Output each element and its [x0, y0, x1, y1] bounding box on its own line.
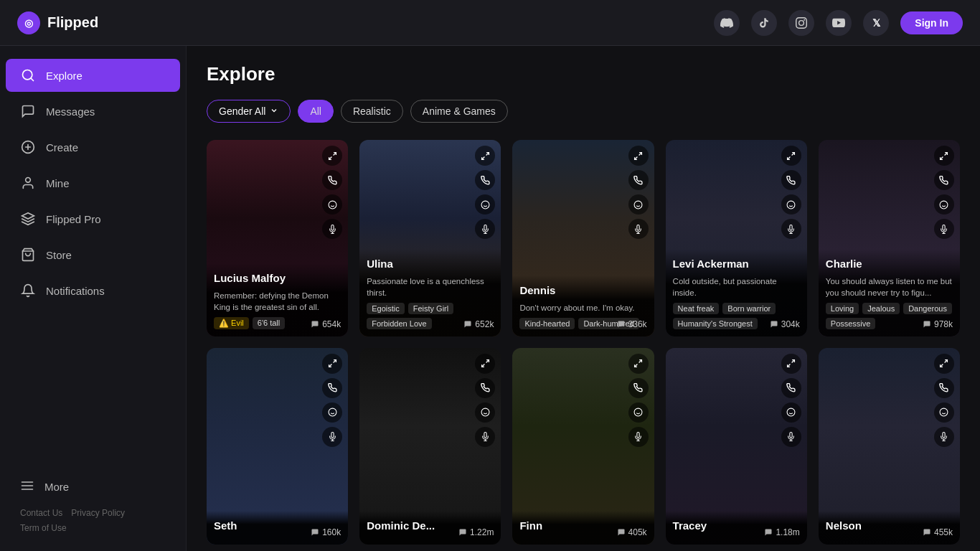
card-face-icon[interactable] — [934, 194, 954, 215]
card-top-icons — [934, 354, 954, 447]
sidebar-more[interactable]: More — [14, 471, 171, 502]
sidebar-item-messages[interactable]: Messages — [6, 95, 180, 128]
card-mic-icon[interactable] — [475, 219, 495, 239]
card-mic-icon[interactable] — [475, 427, 495, 447]
card-face-icon[interactable] — [475, 402, 495, 423]
card-levi[interactable]: Levi Ackerman 304k Cold outside, but pas… — [666, 140, 807, 336]
card-call-icon[interactable] — [934, 170, 954, 190]
privacy-policy-link[interactable]: Privacy Policy — [71, 508, 125, 518]
sidebar-item-mine[interactable]: Mine — [6, 166, 180, 199]
card-mic-icon[interactable] — [322, 427, 342, 447]
card-count: 304k — [770, 319, 800, 329]
card-desc: Don't worry about me. I'm okay. — [519, 302, 646, 314]
term-of-use-link[interactable]: Term of Use — [20, 523, 67, 533]
card-call-icon[interactable] — [322, 378, 342, 398]
x-icon[interactable]: 𝕏 — [863, 10, 889, 36]
card-call-icon[interactable] — [781, 378, 801, 398]
card-face-icon[interactable] — [628, 402, 649, 423]
card-face-icon[interactable] — [781, 194, 801, 215]
card-name: Finn — [519, 519, 542, 532]
card-mic-icon[interactable] — [934, 427, 954, 447]
card-desc: Cold outside, but passionate inside. — [673, 276, 800, 298]
card-count: 405k — [617, 527, 647, 537]
tag: Neat freak — [673, 303, 720, 314]
card-top-icons — [475, 146, 495, 239]
card-finn[interactable]: Finn 405k — [512, 348, 654, 545]
filter-bar: Gender All All Realistic Anime & Games — [207, 100, 960, 123]
filter-anime-button[interactable]: Anime & Games — [410, 100, 508, 123]
card-face-icon[interactable] — [781, 402, 801, 423]
card-top-icons — [781, 146, 801, 239]
card-mic-icon[interactable] — [628, 219, 649, 239]
sidebar-item-flipped-pro[interactable]: Flipped Pro — [6, 202, 180, 235]
card-expand-icon[interactable] — [628, 146, 649, 166]
card-expand-icon[interactable] — [781, 146, 801, 166]
card-expand-icon[interactable] — [934, 354, 954, 374]
card-expand-icon[interactable] — [475, 354, 495, 374]
sidebar-item-notifications[interactable]: Notifications — [6, 274, 180, 307]
card-call-icon[interactable] — [781, 170, 801, 190]
card-face-icon[interactable] — [934, 402, 954, 423]
app-logo[interactable]: ◎ Flipped — [17, 11, 98, 34]
more-label: More — [44, 481, 69, 493]
card-seth[interactable]: Seth 160k — [207, 348, 348, 545]
card-call-icon[interactable] — [628, 170, 649, 190]
filter-all-button[interactable]: All — [298, 100, 334, 123]
card-count: 1.18m — [764, 527, 799, 537]
card-lucius[interactable]: Lucius Malfoy 654k Remember: defying the… — [207, 140, 348, 336]
topnav-right: 𝕏 Sign In — [714, 10, 963, 36]
signin-button[interactable]: Sign In — [900, 11, 963, 34]
svg-point-67 — [787, 408, 795, 416]
card-ulina[interactable]: Ulina 652k Passionate love is a quenchle… — [359, 140, 501, 336]
card-mic-icon[interactable] — [781, 427, 801, 447]
card-name: Levi Ackerman — [673, 258, 749, 270]
gender-filter-button[interactable]: Gender All — [207, 100, 291, 123]
sidebar-bottom: More Contact Us Privacy Policy Term of U… — [0, 466, 186, 540]
svg-point-25 — [634, 201, 642, 209]
card-call-icon[interactable] — [475, 170, 495, 190]
card-desc: Remember: defying the Demon King is the … — [214, 290, 341, 313]
card-expand-icon[interactable] — [475, 146, 495, 166]
discord-icon[interactable] — [714, 10, 740, 36]
card-face-icon[interactable] — [628, 194, 649, 215]
filter-realistic-button[interactable]: Realistic — [341, 100, 403, 123]
card-expand-icon[interactable] — [628, 354, 649, 374]
card-call-icon[interactable] — [934, 378, 954, 398]
sidebar-item-notifications-label: Notifications — [46, 285, 105, 297]
card-nelson[interactable]: Nelson 455k — [819, 348, 960, 545]
card-overlay: Charlie 978k You should always listen to… — [819, 249, 960, 336]
card-face-icon[interactable] — [322, 402, 342, 423]
tag: Born warrior — [722, 303, 776, 314]
contact-us-link[interactable]: Contact Us — [20, 508, 62, 518]
card-mic-icon[interactable] — [628, 427, 649, 447]
card-dominic[interactable]: Dominic De... 1.22m — [359, 348, 501, 545]
instagram-icon[interactable] — [788, 10, 814, 36]
svg-point-74 — [941, 408, 948, 416]
card-top-icons — [475, 354, 495, 447]
card-call-icon[interactable] — [628, 378, 649, 398]
card-expand-icon[interactable] — [934, 146, 954, 166]
card-face-icon[interactable] — [322, 194, 342, 215]
card-expand-icon[interactable] — [781, 354, 801, 374]
card-face-icon[interactable] — [475, 194, 495, 215]
sidebar-item-create[interactable]: Create — [6, 131, 180, 164]
card-dennis[interactable]: Dennis 336k Don't worry about me. I'm ok… — [512, 140, 654, 336]
sidebar-item-explore[interactable]: Explore — [6, 59, 180, 92]
sidebar-item-store-label: Store — [46, 249, 72, 261]
sidebar-item-store[interactable]: Store — [6, 238, 180, 271]
card-expand-icon[interactable] — [322, 354, 342, 374]
explore-icon — [20, 67, 36, 83]
svg-point-11 — [329, 201, 336, 209]
card-charlie[interactable]: Charlie 978k You should always listen to… — [819, 140, 960, 336]
card-mic-icon[interactable] — [781, 219, 801, 239]
card-call-icon[interactable] — [322, 170, 342, 190]
svg-point-32 — [787, 201, 795, 209]
card-expand-icon[interactable] — [322, 146, 342, 166]
card-tracey[interactable]: Tracey 1.18m — [666, 348, 807, 545]
card-call-icon[interactable] — [475, 378, 495, 398]
card-mic-icon[interactable] — [322, 219, 342, 239]
tiktok-icon[interactable] — [751, 10, 777, 36]
youtube-icon[interactable] — [826, 10, 852, 36]
card-mic-icon[interactable] — [934, 219, 954, 239]
main-content: Explore Gender All All Realistic Anime &… — [187, 46, 980, 551]
